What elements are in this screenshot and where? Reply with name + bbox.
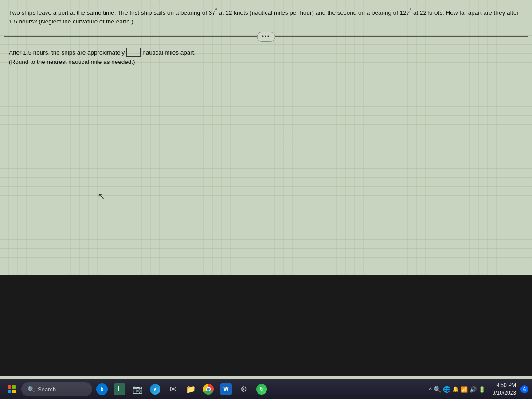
answer-line1: After 1.5 hours, the ships are approxima… [9,48,523,57]
notification-icon[interactable]: 🔔 [452,386,459,392]
refresh-app-icon: ↻ [256,384,267,395]
clock-time: 9:50 PM [493,382,516,389]
answer-line2: (Round to the nearest nautical mile as n… [9,59,523,65]
taskbar-app-refresh[interactable]: ↻ [254,381,270,397]
l-app-icon: L [114,383,125,395]
edge-icon: e [150,384,160,395]
mouse-cursor: ↖ [98,191,105,201]
black-background-area [0,275,532,379]
taskbar-search[interactable]: 🔍 Search [21,382,92,396]
taskbar-app-files[interactable]: 📁 [183,381,199,397]
clock-date: 9/10/2023 [493,389,516,397]
taskbar-app-store[interactable]: b [94,381,110,397]
taskbar-right-area: ^ 🔍 🌐 🔔 📶 🔊 🔋 9:50 PM 9/10/2023 6 [426,382,529,397]
taskbar-app-camera[interactable]: 📷 [129,381,145,397]
taskbar-app-edge[interactable]: e [147,381,163,397]
chevron-up-icon[interactable]: ^ [429,386,432,393]
notification-dot[interactable]: 6 [520,385,528,393]
win-icon-sq-4 [12,390,16,393]
camera-icon: 📷 [133,384,142,394]
expand-collapse-button[interactable]: ••• [257,32,275,42]
question-text: Two ships leave a port at the same time.… [9,7,523,26]
w-app-icon: W [220,383,232,395]
volume-icon[interactable]: 🔊 [469,386,477,393]
question-area: Two ships leave a port at the same time.… [4,4,528,31]
answer-suffix-text: nautical miles apart. [142,49,196,56]
systray-area: ^ 🔍 🌐 🔔 📶 🔊 🔋 [426,385,488,394]
taskbar-app-mail[interactable]: ✉ [165,381,181,397]
mail-icon: ✉ [170,384,176,394]
answer-prefix-text: After 1.5 hours, the ships are approxima… [9,49,125,56]
taskbar-app-w[interactable]: W [218,381,234,397]
win-icon-sq-2 [12,385,16,389]
wifi-icon[interactable]: 📶 [461,386,468,393]
files-icon: 📁 [186,384,196,394]
windows-logo-icon [8,385,16,393]
start-button[interactable] [4,381,20,397]
taskbar-app-settings[interactable]: ⚙ [236,381,252,397]
windows-taskbar: 🔍 Search b L 📷 e ✉ 📁 W ⚙ [0,379,532,399]
battery-search-icon[interactable]: 🔍 [434,386,441,393]
network-icon[interactable]: 🌐 [443,386,450,393]
search-icon: 🔍 [27,386,35,393]
win-icon-sq-1 [8,385,11,389]
settings-gear-icon: ⚙ [240,384,247,394]
battery-icon[interactable]: 🔋 [478,386,485,393]
search-label: Search [38,386,56,393]
taskbar-app-chrome[interactable] [200,381,216,397]
store-icon: b [96,383,108,395]
taskbar-app-l[interactable]: L [112,381,128,397]
win-icon-sq-3 [8,390,11,393]
main-content-area: Two ships leave a port at the same time.… [0,0,532,275]
answer-area: After 1.5 hours, the ships are approxima… [4,44,528,69]
taskbar-clock[interactable]: 9:50 PM 9/10/2023 [491,382,518,397]
chrome-icon [203,384,214,395]
answer-input[interactable] [126,48,141,57]
